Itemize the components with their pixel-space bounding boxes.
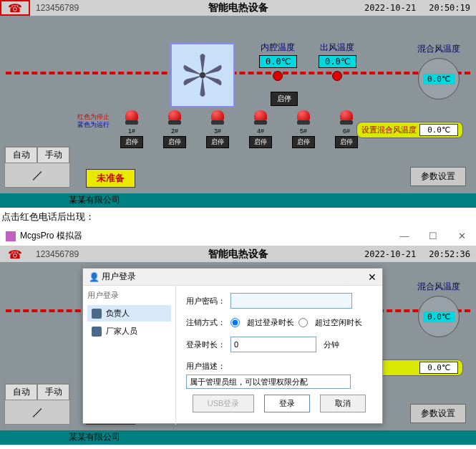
app-title: 智能电热设备 xyxy=(208,248,268,259)
phone-icon: ☎ xyxy=(8,248,22,261)
sensor-icon xyxy=(273,71,283,81)
mix-temp-label: 混合风温度 xyxy=(417,43,460,55)
date-display: 2022-10-21 xyxy=(364,3,416,13)
inner-temp-label: 内腔温度 xyxy=(261,42,295,54)
set-mix-input[interactable]: 0.0℃ xyxy=(419,124,458,136)
set-mix-temp-control[interactable]: 设置混合风温度 0.0℃ xyxy=(356,122,463,138)
login-button[interactable]: 登录 xyxy=(264,395,310,412)
heater-4: 4# 启停 xyxy=(249,110,272,148)
heater-4-button[interactable]: 启停 xyxy=(249,136,272,148)
main-screen-before: ☎ 123456789 智能电热设备 2022-10-21 20:50:19 内… xyxy=(0,0,476,208)
duration-input[interactable] xyxy=(230,337,316,352)
duration-label: 登录时长： xyxy=(186,339,226,350)
auto-mode-tab[interactable]: 自动 xyxy=(5,147,37,163)
heater-6: 6# 启停 xyxy=(335,110,358,148)
ready-status-button[interactable]: 未准备 xyxy=(86,169,135,188)
indicator-light-icon xyxy=(211,110,224,120)
login-form: 用户密码： 注销方式： 超过登录时长 超过空闲时长 登录时长： 分钟 xyxy=(176,286,382,425)
company-name: 某某有限公司 xyxy=(69,431,120,443)
mode-selector: 自动 手动 ⟋ xyxy=(4,383,70,425)
login-dialog: 👤 用户登录 ✕ 用户登录 负责人 厂家人员 xyxy=(82,268,383,424)
phone-button[interactable]: ☎ xyxy=(0,0,30,16)
heater-1-button[interactable]: 启停 xyxy=(120,136,143,148)
heater-5-button[interactable]: 启停 xyxy=(292,136,315,148)
fan-startstop-button[interactable]: 启停 xyxy=(271,92,298,106)
top-bar: ☎ 123456789 智能电热设备 2022-10-21 20:50:19 xyxy=(0,0,476,16)
mix-temp-value: 0.0℃ xyxy=(423,74,455,85)
mix-temp-value: 0.0℃ xyxy=(423,312,455,322)
heater-6-button[interactable]: 启停 xyxy=(335,136,358,148)
dialog-title: 用户登录 xyxy=(102,271,136,283)
manual-mode-tab[interactable]: 手动 xyxy=(37,384,69,400)
caption-text: 点击红色电话后出现： xyxy=(0,208,476,226)
user-icon: 👤 xyxy=(89,272,99,282)
status-legend: 红色为停止 蓝色为运行 xyxy=(77,113,110,129)
app-title: 智能电热设备 xyxy=(208,1,268,13)
maximize-button[interactable]: ☐ xyxy=(419,226,447,246)
mode-switch-icon[interactable]: ⟋ xyxy=(5,400,69,424)
mix-temp-gauge: 0.0℃ xyxy=(418,296,460,337)
user-avatar-icon xyxy=(92,327,102,337)
simulator-titlebar: McgsPro 模拟器 — ☐ ✕ xyxy=(0,226,476,246)
user-avatar-icon xyxy=(92,309,102,319)
password-label: 用户密码： xyxy=(186,296,226,306)
heater-lights-row: 1# 启停 2# 启停 3# 启停 4# 启停 5# 启停 6# 启停 xyxy=(120,110,358,148)
heater-1: 1# 启停 xyxy=(120,110,143,148)
heater-2-button[interactable]: 启停 xyxy=(163,136,186,148)
mode-switch-icon[interactable]: ⟋ xyxy=(5,163,69,187)
close-window-button[interactable]: ✕ xyxy=(447,226,476,246)
heater-3-button[interactable]: 启停 xyxy=(206,136,229,148)
user-item-factory[interactable]: 厂家人员 xyxy=(87,323,171,339)
usb-login-button[interactable]: USB登录 xyxy=(193,395,255,412)
fan-display xyxy=(170,43,235,107)
user-list-panel: 用户登录 负责人 厂家人员 xyxy=(83,286,176,425)
mix-temp-label: 混合风温度 xyxy=(417,281,460,293)
param-settings-button[interactable]: 参数设置 xyxy=(410,167,466,186)
dialog-close-button[interactable]: ✕ xyxy=(368,271,377,283)
outlet-temp-value: 0.0℃ xyxy=(319,55,356,68)
company-name: 某某有限公司 xyxy=(69,194,120,206)
indicator-light-icon xyxy=(125,110,138,120)
fan-icon xyxy=(177,49,228,101)
password-input[interactable] xyxy=(230,293,352,309)
dialog-titlebar: 👤 用户登录 ✕ xyxy=(83,269,382,286)
auto-mode-tab[interactable]: 自动 xyxy=(5,384,37,400)
param-settings-button[interactable]: 参数设置 xyxy=(410,404,466,423)
mix-temp-group: 混合风温度 0.0℃ xyxy=(417,43,460,100)
user-item-manager[interactable]: 负责人 xyxy=(87,305,171,322)
logout-opt-login-duration[interactable]: 超过登录时长 xyxy=(230,317,294,328)
minimize-button[interactable]: — xyxy=(390,226,419,246)
indicator-light-icon xyxy=(168,110,181,120)
logout-opt-idle-duration[interactable]: 超过空闲时长 xyxy=(298,317,362,328)
indicator-light-icon xyxy=(254,110,267,120)
simulator-title: McgsPro 模拟器 xyxy=(20,230,82,242)
set-mix-input[interactable]: 0.0℃ xyxy=(419,362,458,374)
top-bar: ☎ 123456789 智能电热设备 2022-10-21 20:52:36 xyxy=(0,246,476,262)
logout-mode-label: 注销方式： xyxy=(186,317,226,328)
sensor-icon xyxy=(332,71,342,81)
heater-2: 2# 启停 xyxy=(163,110,186,148)
date-display: 2022-10-21 xyxy=(364,249,416,259)
user-desc-label: 用户描述： xyxy=(186,362,225,370)
heater-5: 5# 启停 xyxy=(292,110,315,148)
mix-temp-group: 混合风温度 0.0℃ xyxy=(417,281,460,337)
cancel-button[interactable]: 取消 xyxy=(320,395,366,412)
phone-icon: ☎ xyxy=(8,1,22,15)
inner-temp-value: 0.0℃ xyxy=(259,55,297,68)
user-desc-input[interactable] xyxy=(186,375,351,389)
manual-mode-tab[interactable]: 手动 xyxy=(37,147,69,163)
mix-temp-gauge: 0.0℃ xyxy=(418,58,460,100)
pipeline-line xyxy=(6,72,470,74)
inner-temp-group: 内腔温度 0.0℃ xyxy=(259,42,297,81)
indicator-light-icon xyxy=(297,110,310,120)
app-logo-icon xyxy=(6,231,16,241)
phone-button[interactable]: ☎ xyxy=(0,246,30,262)
outlet-temp-label: 出风温度 xyxy=(320,42,354,54)
indicator-light-icon xyxy=(340,110,353,120)
set-mix-label: 设置混合风温度 xyxy=(361,125,417,135)
main-screen-after: McgsPro 模拟器 — ☐ ✕ ☎ 123456789 智能电热设备 202… xyxy=(0,226,476,445)
phone-number: 123456789 xyxy=(36,3,79,13)
phone-number: 123456789 xyxy=(36,249,79,259)
outlet-temp-group: 出风温度 0.0℃ xyxy=(319,42,356,81)
time-display: 20:50:19 xyxy=(429,3,470,13)
